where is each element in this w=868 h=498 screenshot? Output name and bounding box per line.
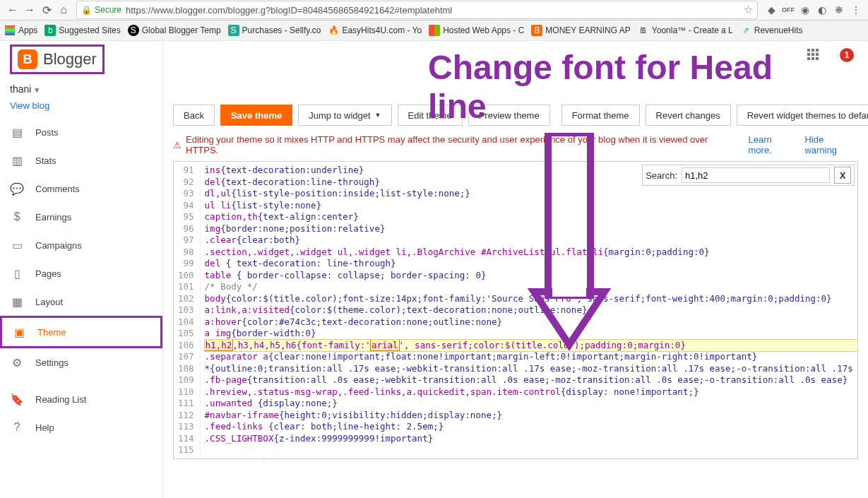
warning-text: Editing your theme so it mixes HTTP and … [186,134,742,155]
campaigns-icon: ▭ [10,238,24,252]
bookmark-icon: 🔖 [10,392,24,406]
code-editor[interactable]: Search: X 919293949596979899100101102103… [173,161,858,459]
sidebar-item-comments[interactable]: 💬Comments [0,174,162,203]
help-icon: ? [10,420,24,434]
chevron-down-icon: ▼ [375,112,381,119]
revert-widget-button[interactable]: Revert widget themes to default [737,105,868,126]
blog-name: thani [10,83,31,95]
sidebar-item-posts[interactable]: ▤Posts [0,118,162,146]
view-blog-link[interactable]: View blog [0,97,162,118]
bookmark-item[interactable]: ⇗RevenueHits [740,25,803,36]
sidebar-item-help[interactable]: ?Help [0,413,162,441]
gear-icon: ⚙ [10,355,24,369]
sidebar-item-label: Campaigns [35,240,82,251]
theme-icon: ▣ [12,325,26,339]
https-warning: ⚠ Editing your theme so it mixes HTTP an… [163,134,868,161]
browser-toolbar: ← → ⟳ ⌂ 🔒 Secure https://www.blogger.com… [0,0,868,20]
sidebar-item-label: Pages [35,268,61,279]
search-input[interactable] [682,167,830,183]
ext-icon-3[interactable]: ◐ [814,2,830,18]
menu-icon[interactable]: ⋮ [848,2,864,18]
bookmark-item[interactable]: SGlobal Blogger Temp [128,25,221,36]
content-area: 1 Change font for Headline Back Save the… [163,41,868,498]
sidebar-item-theme[interactable]: ▣Theme [0,316,162,348]
chevron-down-icon: ▼ [33,86,40,94]
edit-theme-button[interactable]: Edit theme [398,105,463,126]
forward-icon[interactable]: → [21,1,38,18]
url-text: https://www.blogger.com/blogger.g?blogID… [126,5,452,16]
close-search-button[interactable]: X [834,167,851,184]
pages-icon: ▯ [10,266,24,280]
sidebar-item-stats[interactable]: ▥Stats [0,146,162,174]
bookmarks-bar: Apps bSuggested Sites SGlobal Blogger Te… [0,20,868,41]
google-apps-icon[interactable] [807,49,820,61]
editor-search-bar: Search: X [642,165,855,186]
comments-icon: 💬 [10,182,24,196]
layout-icon: ▦ [10,295,24,309]
back-icon[interactable]: ← [4,1,21,18]
sidebar-item-pages[interactable]: ▯Pages [0,259,162,287]
bookmark-star-icon[interactable]: ☆ [744,4,753,16]
save-theme-button[interactable]: Save theme [220,105,292,126]
sidebar-item-campaigns[interactable]: ▭Campaigns [0,231,162,259]
sidebar-item-label: Stats [35,155,57,166]
lock-icon: 🔒 [81,5,92,15]
bookmark-item[interactable]: 🔥EasyHits4U.com - Yo [328,25,422,36]
sidebar-item-label: Posts [35,127,59,138]
search-label: Search: [646,170,677,181]
reload-icon[interactable]: ⟳ [38,1,55,18]
sidebar-item-label: Reading List [35,394,86,405]
main-layout: B Blogger thani▼ View blog ▤Posts ▥Stats… [0,41,868,498]
line-gutter: 9192939495969798991001011021031041051061… [174,165,201,459]
posts-icon: ▤ [10,125,24,139]
sidebar-nav: ▤Posts ▥Stats 💬Comments $Earnings ▭Campa… [0,118,162,441]
blogger-logo[interactable]: B Blogger [10,45,105,74]
sidebar-item-label: Help [35,422,54,433]
sidebar-item-layout[interactable]: ▦Layout [0,287,162,316]
sidebar-item-label: Theme [37,327,66,338]
blogger-b-icon: B [18,49,37,69]
jump-to-widget-button[interactable]: Jump to widget▼ [298,105,391,126]
sidebar: B Blogger thani▼ View blog ▤Posts ▥Stats… [0,41,163,498]
bookmark-item[interactable]: 🗎Yoonla™ - Create a L [638,25,733,36]
ext-icon-4[interactable]: ❋ [831,2,847,18]
home-icon[interactable]: ⌂ [55,1,72,18]
header-right: 1 [807,48,854,62]
format-theme-button[interactable]: Format theme [561,105,640,126]
hide-warning-link[interactable]: Hide warning [804,134,858,155]
ext-icon-1[interactable]: ◆ [763,2,779,18]
stats-icon: ▥ [10,153,24,167]
code-lines[interactable]: ins{text-decoration:underline}del{text-d… [201,165,858,459]
sidebar-item-label: Earnings [35,212,71,223]
learn-more-link[interactable]: Learn more. [749,134,798,155]
sidebar-item-settings[interactable]: ⚙Settings [0,348,162,377]
earnings-icon: $ [10,210,24,224]
ext-icon-2[interactable]: ◉ [797,2,813,18]
sidebar-item-label: Layout [35,297,63,307]
bookmark-item[interactable]: Hosted Web Apps - C [429,25,524,36]
sidebar-item-label: Settings [35,357,69,368]
sidebar-item-label: Comments [35,184,80,194]
bookmark-item[interactable]: SPurchases - Sellfy.co [228,25,321,36]
theme-toolbar: Back Save theme Jump to widget▼ Edit the… [163,41,868,134]
brand-text: Blogger [43,50,97,69]
sidebar-item-readinglist[interactable]: 🔖Reading List [0,385,162,413]
blog-selector[interactable]: thani▼ [0,78,162,97]
back-button[interactable]: Back [173,105,215,126]
apps-shortcut[interactable]: Apps [4,25,37,36]
bookmark-item[interactable]: bSuggested Sites [44,25,120,36]
warning-icon: ⚠ [173,140,182,150]
ext-icon-off[interactable]: OFF [780,2,796,18]
bookmark-item[interactable]: BMONEY EARNING AP [531,25,630,36]
notification-badge[interactable]: 1 [840,48,854,62]
revert-changes-button[interactable]: Revert changes [646,105,731,126]
address-bar[interactable]: 🔒 Secure https://www.blogger.com/blogger… [76,1,758,19]
preview-theme-button[interactable]: Preview theme [468,105,550,126]
sidebar-item-earnings[interactable]: $Earnings [0,203,162,231]
secure-label: Secure [95,5,121,15]
